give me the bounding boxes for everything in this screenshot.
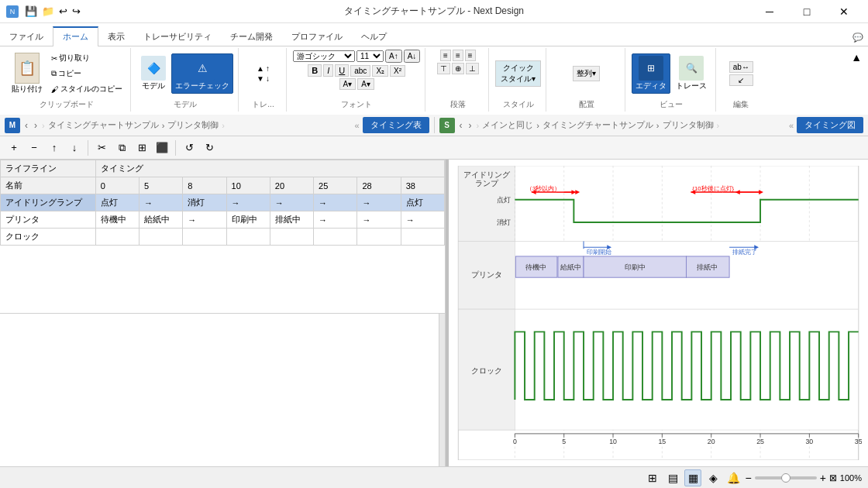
trace-view-btn[interactable]: 🔍 トレース [672,53,711,94]
font-size-down-btn[interactable]: A↓ [404,50,421,63]
close-button[interactable]: ✕ [826,0,862,23]
scroll-bar[interactable] [439,314,445,467]
italic-button[interactable]: I [323,64,333,77]
valign-mid-btn[interactable]: ⊕ [452,63,464,74]
folder-icon[interactable]: 📁 [42,5,54,17]
undo-icon[interactable]: ↩ [59,5,67,17]
ribbon-group-clipboard: 📋 貼り付け ✂ 切り取り ⧉ コピー 🖌 スタイルのコピー クリップボード [3,48,131,112]
state-feed: 給紙中 [560,263,581,271]
highlight-color-btn[interactable]: A▾ [357,78,374,90]
model-buttons: 🔷 モデル ⚠ エラーチェック [137,50,233,98]
model-button[interactable]: 🔷 モデル [137,53,170,94]
cut-toolbar-btn[interactable]: ✂ [92,139,111,157]
cut-button[interactable]: ✂ 切り取り [48,51,126,65]
nav-right-back[interactable]: ‹ [458,119,464,132]
breadcrumb-printer2: プリンタ制御 [663,119,714,131]
table-row[interactable]: クロック [1,229,445,246]
redo-icon[interactable]: ↪ [72,5,81,17]
align-left-btn[interactable]: ≡ [440,50,451,61]
zoom-thumb[interactable] [781,473,790,483]
tab-traceability[interactable]: トレーサビリティ [134,28,221,46]
trace-up-btn[interactable]: ▲ ↑ [257,64,270,73]
font-family-select[interactable]: 游ゴシック [293,50,355,62]
ribbon-collapse-btn[interactable]: ▲ [848,48,865,112]
copy-toolbar-btn[interactable]: ⧉ [112,139,131,157]
nav-bar: M ‹ › › タイミングチャートサンプル › プリンタ制御 › « タイミング… [0,115,868,136]
nav-left-badge: M [5,118,20,133]
style-label: スタイル [503,98,534,110]
status-table-icon[interactable]: ▤ [664,469,681,486]
subscript-button[interactable]: X₂ [372,65,388,77]
error-check-button[interactable]: ⚠ エラーチェック [171,53,233,94]
tab-help[interactable]: ヘルプ [352,28,396,46]
xaxis-35: 35 [855,438,862,445]
delete-toolbar-btn[interactable]: ⬛ [153,139,171,157]
row1-v2: 消灯 [183,194,226,211]
row3-v3 [226,229,270,246]
zoom-slider[interactable] [755,476,817,479]
tab-file[interactable]: ファイル [0,28,53,46]
move-up-btn[interactable]: ↑ [45,139,64,157]
zoom-minus-icon[interactable]: − [745,472,751,484]
save-icon[interactable]: 💾 [25,5,37,17]
strikethrough-button[interactable]: abc [350,65,370,77]
ribbon-tabs: ファイル ホーム 表示 トレーサビリティ チーム開発 プロファイル ヘルプ 💬 [0,23,868,46]
align-center-btn[interactable]: ≡ [453,50,463,61]
row1-v5: → [314,194,357,211]
status-grid-icon[interactable]: ⊞ [644,469,661,486]
tab-team[interactable]: チーム開発 [221,28,282,46]
font-color-btn[interactable]: A▾ [339,78,356,90]
find-replace-btn[interactable]: ab↔ [729,61,753,73]
timing-table-btn[interactable]: タイミング表 [363,117,429,133]
redo-toolbar-btn[interactable]: ↻ [200,139,219,157]
svg-rect-1 [458,166,858,241]
zoom-plus-icon[interactable]: + [820,472,826,484]
ribbon-group-layout: 整列▾ 配置 [548,48,625,112]
state-eject: 排紙中 [697,263,718,271]
superscript-button[interactable]: X² [390,65,405,77]
status-diagram-icon[interactable]: ▦ [684,469,701,486]
valign-bottom-btn[interactable]: ⊥ [466,63,479,74]
remove-row-btn[interactable]: − [25,139,43,157]
nav-left-back[interactable]: ‹ [23,119,29,132]
bold-button[interactable]: B [308,64,322,77]
move-down-btn[interactable]: ↓ [65,139,84,157]
select-btn[interactable]: ↙ [729,74,753,86]
table-row[interactable]: アイドリングランプ 点灯 → 消灯 → → → → 点灯 [1,194,445,211]
quick-style-btn[interactable]: クイックスタイル▾ [495,60,541,87]
tab-home[interactable]: ホーム [53,26,98,46]
minimize-button[interactable]: ─ [752,0,787,23]
lamp-off-label: 消灯 [498,218,512,226]
timing-diagram-btn[interactable]: タイミング図 [797,117,863,133]
row2-v7: → [401,211,444,229]
zoom-fit-icon[interactable]: ⊠ [829,473,837,483]
style-copy-button[interactable]: 🖌 スタイルのコピー [48,82,126,96]
ribbon-collapse-icon[interactable]: 💬 [848,29,868,46]
copy-button[interactable]: ⧉ コピー [48,67,126,81]
style-controls: クイックスタイル▾ [495,50,541,98]
paste-toolbar-btn[interactable]: ⊞ [133,139,151,157]
underline-button[interactable]: U [335,64,349,77]
valign-top-btn[interactable]: ⊤ [437,63,450,74]
row3-v2 [183,229,226,246]
paste-button[interactable]: 📋 貼り付け [8,50,46,97]
arrange-btn[interactable]: 整列▾ [573,66,600,81]
trace-down-btn[interactable]: ▼ ↓ [257,74,270,83]
nav-right-forward[interactable]: › [467,119,474,132]
table-row[interactable]: プリンタ 待機中 給紙中 → 印刷中 排紙中 → → → [1,211,445,229]
font-size-up-btn[interactable]: A↑ [385,50,402,63]
status-bell-icon[interactable]: 🔔 [725,469,742,486]
nav-left-forward[interactable]: › [33,119,39,132]
undo-toolbar-btn[interactable]: ↺ [180,139,198,157]
editor-btn[interactable]: ⊞ エディタ [632,53,670,94]
tab-profile[interactable]: プロファイル [282,28,352,46]
tab-view[interactable]: 表示 [98,28,134,46]
edit-controls: ab↔ ↙ [729,50,753,98]
row2-name: プリンタ [1,211,96,229]
font-size-select[interactable]: 11 [356,50,384,62]
add-row-btn[interactable]: + [5,139,23,157]
status-settings-icon[interactable]: ◈ [704,469,722,486]
ribbon-group-model: 🔷 モデル ⚠ エラーチェック モデル [133,48,239,112]
maximize-button[interactable]: □ [789,0,825,23]
align-right-btn[interactable]: ≡ [465,50,476,61]
